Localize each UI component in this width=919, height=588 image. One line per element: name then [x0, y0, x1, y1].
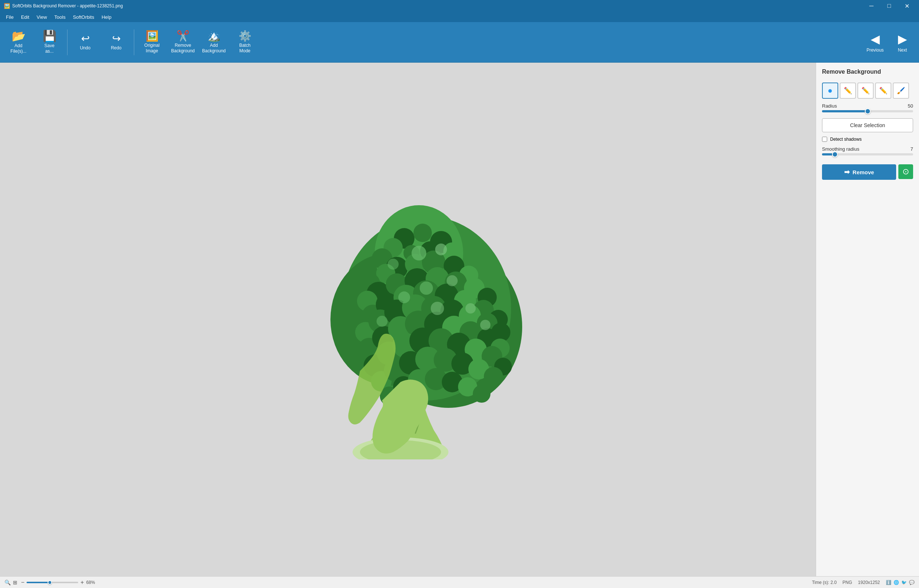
svg-point-8	[413, 224, 432, 242]
add-files-button[interactable]: 📂 AddFile(s)...	[4, 26, 33, 58]
undo-button[interactable]: ↩ Undo	[70, 26, 100, 58]
close-button[interactable]: ✕	[898, 0, 915, 12]
menu-view[interactable]: View	[33, 13, 50, 21]
maximize-button[interactable]: □	[881, 0, 898, 12]
edge-refine-icon: ✏️	[879, 87, 887, 95]
zoom-out-button[interactable]: −	[21, 579, 24, 586]
original-image-icon: 🖼️	[146, 31, 159, 41]
canvas-area[interactable]	[0, 63, 816, 576]
titlebar: 🖼️ SoftOrbits Background Remover - appet…	[0, 0, 919, 12]
smoothing-radius-row: Smoothing radius 7	[822, 146, 913, 152]
save-as-button[interactable]: 💾 Saveas...	[35, 26, 64, 58]
toolbar: 📂 AddFile(s)... 💾 Saveas... ↩ Undo ↪ Red…	[0, 22, 919, 63]
statusbar-left: 🔍 ⊞ − + 68%	[5, 579, 95, 586]
detect-shadows-checkbox[interactable]	[822, 137, 827, 142]
clear-selection-button[interactable]: Clear Selection	[822, 118, 913, 132]
zoom-fill	[26, 582, 50, 583]
twitter-icon[interactable]: 🐦	[901, 580, 907, 585]
share-icons: ℹ️ 🌐 🐦 💬	[886, 580, 914, 585]
color-select-icon: 🖌️	[897, 87, 905, 95]
smoothing-radius-label: Smoothing radius	[822, 146, 859, 152]
zoom-fit-icon[interactable]: 🔍	[5, 580, 11, 585]
menu-softorbits[interactable]: SoftOrbits	[69, 13, 98, 21]
radius-slider-thumb[interactable]	[865, 108, 871, 114]
next-label: Next	[898, 47, 907, 53]
toolbar-separator-1	[67, 29, 68, 55]
help-button[interactable]: ⊙	[898, 164, 913, 179]
original-image-label: OriginalImage	[144, 43, 159, 53]
radius-slider-track[interactable]	[822, 110, 913, 112]
zoom-slider[interactable]	[26, 582, 78, 583]
color-select-tool[interactable]: 🖌️	[893, 82, 909, 99]
undo-label: Undo	[80, 45, 91, 50]
menu-tools[interactable]: Tools	[50, 13, 69, 21]
zoom-in-button[interactable]: +	[80, 579, 84, 586]
radius-value: 50	[908, 103, 913, 109]
remove-background-button[interactable]: ✂️ RemoveBackground	[168, 26, 198, 58]
svg-point-82	[398, 291, 410, 303]
remove-bg-label: RemoveBackground	[171, 43, 195, 53]
previous-button[interactable]: ◀ Previous	[862, 26, 888, 58]
smoothing-radius-thumb[interactable]	[832, 152, 838, 157]
original-image-button[interactable]: 🖼️ OriginalImage	[137, 26, 167, 58]
chat-icon[interactable]: 💬	[909, 580, 914, 585]
titlebar-left: 🖼️ SoftOrbits Background Remover - appet…	[4, 3, 123, 9]
auto-remove-tool[interactable]: ●	[822, 82, 838, 99]
tool-icons-row: ● ✏️ ✏️ ✏️ 🖌️	[822, 82, 913, 99]
svg-point-88	[376, 316, 387, 327]
detect-shadows-label[interactable]: Detect shadows	[830, 137, 861, 142]
svg-point-86	[387, 258, 399, 270]
save-as-icon: 💾	[43, 31, 57, 42]
grid-icon[interactable]: ⊞	[13, 580, 17, 585]
restore-tool[interactable]: ✏️	[857, 82, 874, 99]
main-content: Remove Background ● ✏️ ✏️ ✏️ 🖌️ Radius	[0, 63, 919, 576]
radius-row: Radius 50	[822, 103, 913, 109]
toolbar-separator-2	[134, 29, 134, 55]
svg-point-72	[484, 367, 503, 386]
erase-tool[interactable]: ✏️	[840, 82, 856, 99]
statusbar: 🔍 ⊞ − + 68% Time (s): 2.0 PNG 1920x1252 …	[0, 576, 919, 588]
previous-label: Previous	[867, 47, 884, 53]
zoom-controls: − + 68%	[21, 579, 95, 586]
radius-label: Radius	[822, 103, 837, 109]
remove-arrow-icon: ➡	[844, 168, 850, 176]
svg-point-84	[412, 246, 426, 260]
titlebar-title: SoftOrbits Background Remover - appetite…	[12, 3, 123, 8]
zoom-level: 68%	[86, 580, 95, 585]
time-label: Time (s): 2.0	[812, 580, 837, 585]
titlebar-controls: ─ □ ✕	[863, 0, 915, 12]
help-icon: ⊙	[903, 167, 909, 176]
add-files-icon: 📂	[12, 31, 26, 42]
menubar: File Edit View Tools SoftOrbits Help	[0, 12, 919, 22]
smoothing-radius-slider-track[interactable]	[822, 153, 913, 155]
status-view-icons: 🔍 ⊞	[5, 580, 17, 585]
svg-point-79	[473, 385, 491, 403]
batch-mode-button[interactable]: ⚙️ BatchMode	[230, 26, 259, 58]
next-icon: ▶	[898, 32, 907, 46]
smoothing-radius-value: 7	[911, 146, 913, 152]
batch-icon: ⚙️	[238, 31, 251, 41]
menu-file[interactable]: File	[2, 13, 17, 21]
minimize-button[interactable]: ─	[863, 0, 880, 12]
smoothing-radius-section: Smoothing radius 7	[822, 146, 913, 157]
add-bg-icon: 🏔️	[207, 31, 220, 41]
zoom-thumb[interactable]	[47, 580, 52, 585]
undo-icon: ↩	[81, 34, 90, 44]
edge-refine-tool[interactable]: ✏️	[875, 82, 891, 99]
broccoli-image	[286, 179, 530, 459]
remove-button[interactable]: ➡ Remove	[822, 164, 896, 180]
add-background-button[interactable]: 🏔️ AddBackground	[199, 26, 229, 58]
previous-icon: ◀	[871, 32, 880, 46]
redo-label: Redo	[111, 45, 122, 50]
auto-remove-icon: ●	[828, 86, 832, 95]
statusbar-right: Time (s): 2.0 PNG 1920x1252 ℹ️ 🌐 🐦 💬	[812, 580, 914, 585]
right-panel: Remove Background ● ✏️ ✏️ ✏️ 🖌️ Radius	[816, 63, 919, 576]
next-button[interactable]: ▶ Next	[890, 26, 915, 58]
menu-help[interactable]: Help	[98, 13, 115, 21]
menu-edit[interactable]: Edit	[17, 13, 33, 21]
panel-title: Remove Background	[822, 68, 913, 75]
info-icon[interactable]: ℹ️	[886, 580, 891, 585]
svg-point-83	[465, 303, 476, 313]
redo-button[interactable]: ↪ Redo	[101, 26, 131, 58]
web-icon[interactable]: 🌐	[893, 580, 899, 585]
